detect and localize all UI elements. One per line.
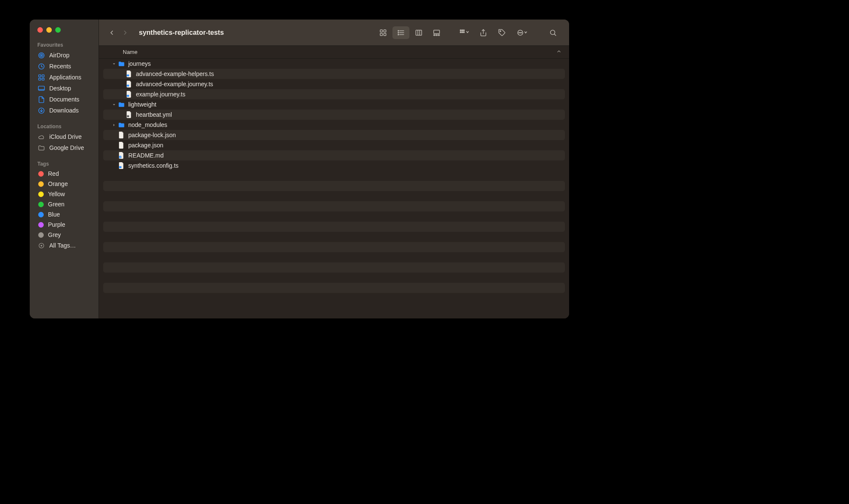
tag-dot-icon — [38, 212, 44, 217]
sidebar-item-desktop[interactable]: Desktop — [30, 83, 99, 94]
icon-view-button[interactable] — [375, 26, 392, 39]
svg-line-44 — [554, 34, 556, 35]
gallery-view-button[interactable] — [428, 26, 445, 39]
sidebar-item-label: Downloads — [49, 107, 79, 114]
folder-row[interactable]: node_modules — [103, 120, 565, 130]
item-name: README.md — [128, 152, 164, 159]
sidebar-item-label: Blue — [48, 211, 60, 218]
sidebar-item-label: Purple — [48, 221, 65, 228]
svg-rect-6 — [39, 78, 41, 80]
list-view-button[interactable] — [392, 26, 409, 39]
search-button[interactable] — [544, 26, 561, 39]
folder-row[interactable]: lightweight — [103, 99, 565, 110]
sidebar-item-airdrop[interactable]: AirDrop — [30, 50, 99, 61]
main-pane: synthetics-replicator-tests — [99, 20, 569, 318]
sidebar-item-label: Recents — [49, 63, 71, 70]
svg-rect-47 — [127, 95, 129, 96]
sidebar-item-label: Yellow — [48, 191, 65, 197]
back-button[interactable] — [106, 27, 118, 39]
svg-rect-34 — [460, 31, 461, 32]
svg-rect-46 — [127, 84, 129, 86]
svg-rect-4 — [39, 75, 41, 77]
file-row[interactable]: advanced-example.journey.ts — [103, 79, 565, 89]
file-icon: ! — [126, 111, 133, 118]
sidebar-item-applications[interactable]: Applications — [30, 72, 99, 83]
all-tags-icon — [37, 242, 45, 249]
column-header-row[interactable]: Name — [99, 46, 569, 59]
favourites-label: Favourites — [30, 40, 99, 50]
svg-rect-51 — [119, 166, 121, 168]
share-button[interactable] — [475, 26, 492, 39]
svg-point-42 — [521, 32, 522, 33]
all-tags-text: All Tags… — [49, 242, 76, 249]
file-row[interactable]: ! heartbeat.yml — [103, 110, 565, 120]
tag-dot-icon — [38, 181, 44, 187]
file-row[interactable]: example.journey.ts — [103, 89, 565, 99]
tag-dot-icon — [38, 171, 44, 177]
sidebar-item-icloud-drive[interactable]: iCloud Drive — [30, 131, 99, 142]
svg-rect-24 — [416, 30, 422, 35]
file-list[interactable]: journeys advanced-example-helpers.ts adv… — [99, 59, 569, 318]
sidebar-tag-grey[interactable]: Grey — [30, 230, 99, 240]
group-button[interactable] — [456, 26, 473, 39]
svg-rect-45 — [127, 74, 129, 76]
sidebar-tag-yellow[interactable]: Yellow — [30, 189, 99, 199]
tag-dot-icon — [38, 232, 44, 238]
zoom-button[interactable] — [55, 27, 61, 33]
file-icon — [126, 91, 133, 98]
sidebar: Favourites AirDropRecentsApplicationsDes… — [30, 20, 99, 318]
disclosure-triangle-icon[interactable] — [111, 122, 117, 128]
svg-point-13 — [40, 245, 42, 246]
sort-indicator-icon[interactable] — [556, 49, 561, 55]
sidebar-item-documents[interactable]: Documents — [30, 94, 99, 105]
item-name: advanced-example.journey.ts — [136, 81, 213, 87]
sidebar-item-google-drive[interactable]: Google Drive — [30, 142, 99, 153]
tag-dot-icon — [38, 222, 44, 228]
sidebar-tag-blue[interactable]: Blue — [30, 209, 99, 220]
file-icon — [118, 132, 125, 138]
folder-icon — [37, 144, 45, 152]
file-icon — [118, 142, 125, 149]
file-row[interactable]: synthetics.config.ts — [103, 160, 565, 171]
action-menu-button[interactable] — [512, 26, 533, 39]
disclosure-triangle-icon[interactable] — [111, 61, 117, 67]
disclosure-triangle-icon[interactable] — [111, 101, 117, 107]
tags-label: Tags — [30, 159, 99, 169]
file-row[interactable]: package.json — [103, 140, 565, 150]
svg-rect-27 — [434, 30, 440, 34]
sidebar-item-downloads[interactable]: Downloads — [30, 105, 99, 116]
sidebar-item-label: Applications — [49, 74, 82, 81]
file-row[interactable]: package-lock.json — [103, 130, 565, 140]
tag-button[interactable] — [494, 26, 511, 39]
svg-rect-5 — [42, 75, 44, 77]
sidebar-tag-orange[interactable]: Orange — [30, 179, 99, 189]
file-icon — [126, 81, 133, 87]
locations-label: Locations — [30, 122, 99, 131]
svg-rect-33 — [463, 30, 464, 31]
download-icon — [37, 107, 45, 114]
svg-rect-29 — [436, 34, 437, 35]
file-row[interactable]: README.md — [103, 150, 565, 160]
file-row[interactable]: advanced-example-helpers.ts — [103, 69, 565, 79]
folder-row[interactable]: journeys — [103, 59, 565, 69]
sidebar-item-label: Google Drive — [49, 144, 84, 151]
sidebar-item-recents[interactable]: Recents — [30, 61, 99, 72]
sidebar-tag-green[interactable]: Green — [30, 199, 99, 209]
forward-button[interactable] — [119, 27, 131, 39]
svg-rect-31 — [460, 30, 461, 31]
svg-rect-16 — [380, 33, 382, 35]
traffic-lights — [30, 25, 99, 40]
svg-rect-30 — [438, 34, 440, 35]
cloud-icon — [37, 133, 45, 141]
column-view-button[interactable] — [410, 26, 427, 39]
finder-window: Favourites AirDropRecentsApplicationsDes… — [30, 20, 569, 318]
sidebar-tag-purple[interactable]: Purple — [30, 220, 99, 230]
sidebar-tag-red[interactable]: Red — [30, 169, 99, 179]
name-column-header[interactable]: Name — [123, 49, 138, 55]
tag-dot-icon — [38, 191, 44, 197]
close-button[interactable] — [37, 27, 43, 33]
svg-point-2 — [41, 55, 42, 56]
window-title: synthetics-replicator-tests — [139, 29, 224, 37]
minimize-button[interactable] — [46, 27, 52, 33]
sidebar-item-all-tags[interactable]: All Tags… — [30, 240, 99, 251]
